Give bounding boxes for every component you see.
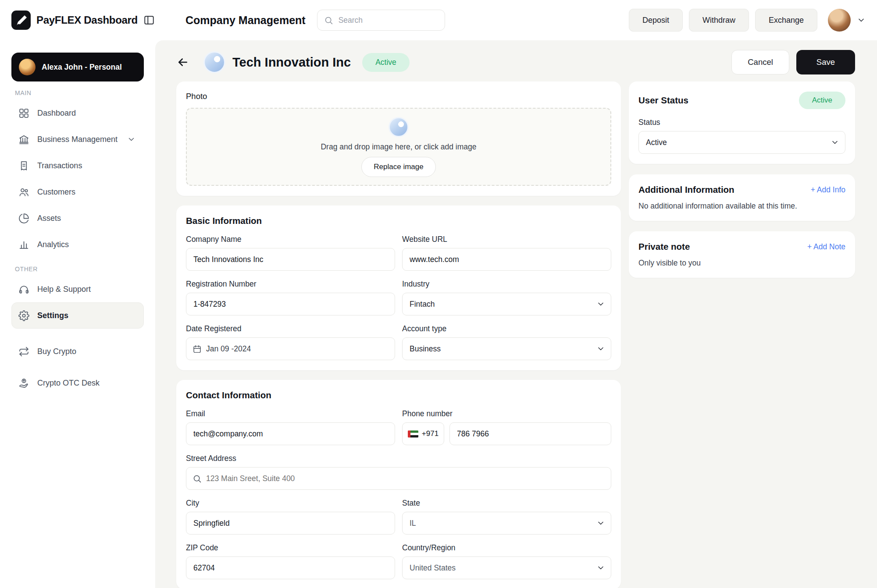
account-type-select[interactable]: Business — [402, 337, 611, 360]
company-name-input[interactable] — [186, 248, 395, 271]
exchange-button[interactable]: Exchange — [755, 9, 817, 32]
sidebar-collapse-icon[interactable] — [143, 14, 155, 26]
profile-switcher[interactable]: Alexa John - Personal — [11, 53, 144, 81]
payflex-logo-icon — [11, 11, 31, 30]
basic-information-title: Basic Information — [186, 216, 611, 226]
replace-image-button[interactable]: Replace image — [361, 157, 435, 177]
sidebar-item-label: Help & Support — [37, 285, 91, 294]
private-note-title: Private note — [638, 241, 690, 252]
sidebar-item-settings[interactable]: Settings — [11, 302, 144, 329]
placeholder-avatar-icon — [389, 117, 409, 137]
dashboard-icon — [18, 108, 29, 119]
user-status-badge: Active — [799, 92, 845, 109]
sidebar-item-analytics[interactable]: Analytics — [11, 231, 144, 258]
cancel-button[interactable]: Cancel — [731, 50, 789, 74]
photo-card: Photo Drag and drop image here, or click… — [176, 81, 621, 196]
country-region-select[interactable]: United States — [402, 556, 611, 579]
brand-area: PayFLEX Dashboard — [0, 11, 165, 30]
search-box[interactable] — [317, 10, 445, 31]
phone-number-input[interactable] — [449, 422, 611, 445]
private-note-hint: Only visible to you — [638, 259, 845, 268]
sidebar-item-label: Transactions — [37, 161, 82, 170]
industry-select[interactable]: Fintach — [402, 293, 611, 315]
company-header: Tech Innovation Inc Active Cancel Save — [176, 49, 855, 75]
company-name-field: Comapny Name — [186, 235, 395, 271]
date-registered-input[interactable]: Jan 09 -2024 — [186, 337, 395, 360]
street-address-field: Street Address — [186, 454, 611, 490]
private-note-card: Private note + Add Note Only visible to … — [629, 231, 855, 278]
bar-chart-icon — [18, 239, 29, 250]
street-address-input[interactable] — [206, 468, 605, 489]
email-input[interactable] — [186, 422, 395, 445]
sidebar-item-label: Settings — [37, 311, 68, 320]
sidebar-item-business-management[interactable]: Business Management — [11, 126, 144, 152]
chevron-down-icon — [596, 300, 605, 308]
sidebar: Alexa John - Personal MAIN Dashboard Bus… — [0, 40, 155, 588]
back-arrow-icon[interactable] — [176, 56, 189, 69]
withdraw-button[interactable]: Withdraw — [689, 9, 749, 32]
registration-number-label: Registration Number — [186, 280, 395, 289]
save-button[interactable]: Save — [796, 50, 855, 74]
website-url-field: Website URL — [402, 235, 611, 271]
zip-code-input[interactable] — [186, 556, 395, 579]
city-input[interactable] — [186, 512, 395, 535]
add-info-link[interactable]: + Add Info — [811, 185, 845, 195]
status-select-value: Active — [646, 138, 667, 147]
section-label-main: MAIN — [15, 89, 140, 96]
dropzone-hint: Drag and drop image here, or click add i… — [321, 142, 476, 152]
search-icon — [324, 16, 333, 25]
chevron-down-icon[interactable] — [857, 16, 866, 25]
country-code-select[interactable]: +971 — [402, 422, 444, 445]
top-bar: PayFLEX Dashboard Company Management Dep… — [0, 0, 877, 40]
user-status-card: User Status Active Status Active — [629, 81, 855, 164]
zip-code-field: ZIP Code — [186, 543, 395, 579]
account-type-field: Account type Business — [402, 324, 611, 360]
contact-information-card: Contact Information Email Phone number — [176, 380, 621, 588]
sidebar-item-assets[interactable]: Assets — [11, 205, 144, 231]
gear-icon — [18, 310, 29, 321]
sidebar-item-transactions[interactable]: Transactions — [11, 152, 144, 179]
app-root: PayFLEX Dashboard Company Management Dep… — [0, 0, 877, 588]
company-name-label: Comapny Name — [186, 235, 395, 244]
user-avatar[interactable] — [828, 9, 851, 32]
registration-number-input[interactable] — [186, 293, 395, 315]
top-actions: Deposit Withdraw Exchange — [629, 9, 877, 32]
sidebar-item-customers[interactable]: Customers — [11, 179, 144, 205]
deposit-button[interactable]: Deposit — [629, 9, 683, 32]
company-name-title: Tech Innovation Inc — [232, 55, 351, 70]
email-field: Email — [186, 409, 395, 445]
state-label: State — [402, 499, 611, 508]
status-label: Status — [638, 118, 845, 127]
page-title: Company Management — [185, 14, 306, 27]
status-select[interactable]: Active — [638, 131, 845, 154]
sidebar-item-label: Assets — [37, 214, 61, 223]
search-input[interactable] — [338, 15, 438, 25]
uae-flag-icon — [408, 430, 418, 438]
additional-information-title: Additional Information — [638, 184, 734, 195]
user-status-title: User Status — [638, 95, 688, 106]
photo-card-title: Photo — [186, 92, 611, 101]
state-field: State IL — [402, 499, 611, 535]
coin-hand-icon — [18, 378, 29, 389]
date-registered-label: Date Registered — [186, 324, 395, 333]
state-select[interactable]: IL — [402, 512, 611, 535]
sidebar-item-help-support[interactable]: Help & Support — [11, 276, 144, 302]
sidebar-item-crypto-otc-desk[interactable]: Crypto OTC Desk — [11, 370, 144, 396]
website-url-input[interactable] — [402, 248, 611, 271]
calendar-icon — [193, 344, 202, 354]
sidebar-item-label: Buy Crypto — [37, 347, 76, 356]
additional-information-empty-text: No additional information available at t… — [638, 202, 845, 211]
chevron-down-icon — [831, 138, 839, 147]
chevron-down-icon — [596, 519, 605, 528]
company-avatar — [203, 51, 225, 73]
sidebar-item-buy-crypto[interactable]: Buy Crypto — [11, 338, 144, 365]
image-dropzone[interactable]: Drag and drop image here, or click add i… — [186, 108, 611, 186]
sidebar-item-label: Analytics — [37, 240, 69, 249]
sidebar-item-dashboard[interactable]: Dashboard — [11, 100, 144, 126]
search-icon — [193, 474, 202, 483]
account-type-select-value: Business — [410, 344, 441, 354]
add-note-link[interactable]: + Add Note — [807, 242, 845, 251]
state-select-value: IL — [410, 519, 416, 528]
contact-information-title: Contact Information — [186, 390, 611, 400]
street-address-input-wrap[interactable] — [186, 467, 611, 490]
